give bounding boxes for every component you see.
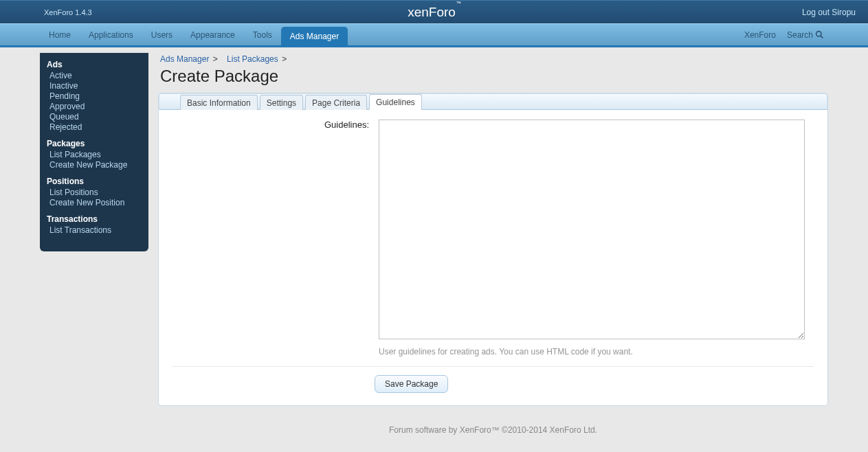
sidebar-group-packages: Packages List Packages Create New Packag… [40, 139, 148, 170]
sidebar-link-active[interactable]: Active [40, 71, 148, 81]
tab-basic-information[interactable]: Basic Information [180, 95, 258, 110]
submit-wrap: Save Package [375, 375, 827, 393]
search-icon [815, 30, 824, 39]
content-column: Ads Manager > List Packages > Create Pac… [158, 53, 828, 449]
sidebar-link-queued[interactable]: Queued [40, 112, 148, 122]
form-row-guidelines: Guidelines: User guidelines for creating… [159, 120, 827, 357]
form-divider [173, 366, 814, 367]
svg-point-0 [816, 32, 821, 36]
main-wrap: Ads Active Inactive Pending Approved Que… [0, 47, 868, 449]
breadcrumb: Ads Manager > List Packages > [160, 54, 828, 64]
nav-applications[interactable]: Applications [80, 24, 142, 45]
sidebar-link-approved[interactable]: Approved [40, 102, 148, 112]
sidebar-group-positions: Positions List Positions Create New Posi… [40, 177, 148, 208]
nav-ads-manager[interactable]: Ads Manager [281, 27, 348, 45]
form-panel: Basic Information Settings Page Criteria… [158, 93, 828, 406]
breadcrumb-list-packages[interactable]: List Packages [227, 54, 278, 64]
logout-link[interactable]: Log out Siropu [802, 8, 856, 17]
nav-appearance[interactable]: Appearance [181, 24, 244, 45]
sidebar-link-inactive[interactable]: Inactive [40, 81, 148, 91]
nav-xenforo-link[interactable]: XenForo [744, 30, 776, 40]
nav-wrap: Home Applications Users Appearance Tools… [0, 23, 868, 47]
svg-line-1 [821, 36, 823, 38]
sidebar-group-transactions: Transactions List Transactions [40, 214, 148, 236]
sidebar-head-packages: Packages [40, 139, 148, 150]
sidebar-link-list-positions[interactable]: List Positions [40, 188, 148, 198]
page-title: Create Package [160, 67, 828, 86]
nav-right: XenForo Search [744, 24, 824, 45]
breadcrumb-sep: > [282, 54, 287, 64]
tab-page-criteria[interactable]: Page Criteria [305, 95, 367, 110]
app-version: XenForo 1.4.3 [44, 8, 92, 16]
top-bar: XenForo 1.4.3 xenForo™ Log out Siropu [0, 0, 868, 23]
sidebar-link-list-packages[interactable]: List Packages [40, 150, 148, 160]
tab-guidelines[interactable]: Guidelines [369, 94, 422, 110]
nav-bar: Home Applications Users Appearance Tools… [0, 23, 868, 45]
breadcrumb-ads-manager[interactable]: Ads Manager [160, 54, 209, 64]
sidebar-link-create-package[interactable]: Create New Package [40, 160, 148, 170]
sidebar-link-create-position[interactable]: Create New Position [40, 198, 148, 208]
sidebar-link-rejected[interactable]: Rejected [40, 122, 148, 133]
nav-tools[interactable]: Tools [244, 24, 281, 45]
guidelines-textarea[interactable] [379, 120, 805, 339]
guidelines-hint: User guidelines for creating ads. You ca… [379, 347, 814, 357]
tab-settings[interactable]: Settings [260, 95, 303, 110]
breadcrumb-sep: > [213, 54, 218, 64]
sidebar-head-transactions: Transactions [40, 214, 148, 225]
sidebar-link-list-transactions[interactable]: List Transactions [40, 225, 148, 236]
nav-home[interactable]: Home [40, 24, 80, 45]
guidelines-field: User guidelines for creating ads. You ca… [379, 120, 814, 357]
sidebar-group-ads: Ads Active Inactive Pending Approved Que… [40, 60, 148, 133]
footer: Forum software by XenForo™ ©2010-2014 Xe… [158, 418, 828, 449]
nav-users[interactable]: Users [142, 24, 181, 45]
guidelines-label: Guidelines: [173, 120, 379, 357]
sidebar-head-ads: Ads [40, 60, 148, 71]
nav-search[interactable]: Search [787, 30, 824, 40]
tab-row: Basic Information Settings Page Criteria… [159, 93, 827, 110]
save-package-button[interactable]: Save Package [375, 375, 448, 393]
app-logo: xenForo™ [408, 5, 460, 20]
sidebar-head-positions: Positions [40, 177, 148, 188]
sidebar-link-pending[interactable]: Pending [40, 91, 148, 102]
sidebar: Ads Active Inactive Pending Approved Que… [40, 53, 148, 251]
